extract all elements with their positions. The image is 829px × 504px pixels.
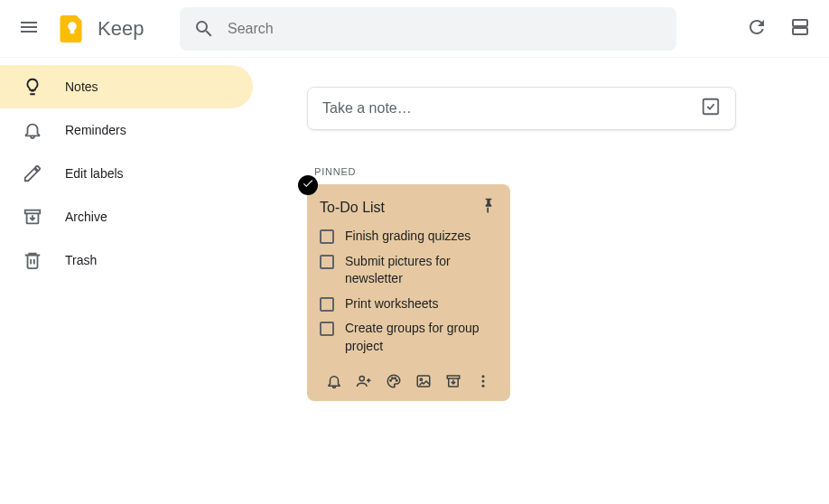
svg-point-9 (395, 377, 396, 378)
pinned-section-label: PINNED (314, 166, 829, 177)
header-right (735, 7, 822, 51)
checklist-item[interactable]: Finish grading quizzes (320, 228, 498, 246)
checklist-text: Create groups for group project (345, 320, 498, 355)
checkbox-icon[interactable] (320, 255, 334, 269)
collaborator-button[interactable] (351, 369, 377, 394)
main-menu-button[interactable] (7, 7, 51, 51)
keep-logo-icon (54, 11, 90, 47)
hamburger-icon (18, 16, 40, 42)
header: Keep (0, 0, 829, 58)
sidebar-item-edit-labels[interactable]: Edit labels (0, 152, 253, 195)
note-card[interactable]: To-Do List Finish grading quizzes Submit… (307, 184, 510, 401)
search-input[interactable] (228, 21, 669, 37)
svg-point-7 (390, 379, 392, 381)
remind-me-button[interactable] (321, 369, 347, 394)
svg-rect-5 (703, 99, 719, 115)
note-toolbar (320, 369, 498, 394)
checkbox-icon[interactable] (320, 297, 334, 312)
svg-rect-1 (70, 29, 75, 33)
take-note-placeholder: Take a note… (322, 100, 701, 117)
pencil-icon (11, 163, 54, 183)
archive-button[interactable] (441, 369, 466, 394)
sidebar-item-label: Notes (65, 79, 98, 94)
svg-point-15 (482, 379, 485, 382)
sidebar-item-label: Trash (65, 253, 97, 267)
search-box[interactable] (180, 7, 676, 51)
logo-area[interactable]: Keep (54, 11, 144, 47)
checklist-item[interactable]: Submit pictures for newsletter (320, 253, 498, 288)
checklist-text: Finish grading quizzes (345, 228, 470, 246)
sidebar-item-label: Edit labels (65, 166, 124, 181)
list-view-icon (789, 16, 811, 42)
checklist: Finish grading quizzes Submit pictures f… (320, 228, 498, 356)
sidebar-item-trash[interactable]: Trash (0, 238, 253, 282)
check-icon (302, 177, 314, 193)
checklist-item[interactable]: Print worksheets (320, 295, 498, 313)
refresh-icon (746, 16, 768, 42)
sidebar: Notes Reminders Edit labels Archive Tras… (0, 58, 253, 504)
refresh-button[interactable] (735, 7, 778, 51)
svg-point-10 (396, 379, 398, 381)
sidebar-item-archive[interactable]: Archive (0, 195, 253, 238)
note-title: To-Do List (320, 200, 385, 216)
search-icon (187, 11, 220, 47)
svg-point-12 (420, 378, 422, 380)
trash-icon (11, 250, 54, 270)
svg-rect-3 (793, 28, 807, 34)
app-name: Keep (98, 17, 144, 41)
checkbox-icon[interactable] (320, 229, 334, 244)
bell-icon (11, 120, 54, 140)
take-note-input[interactable]: Take a note… (307, 87, 736, 130)
background-options-button[interactable] (381, 369, 406, 394)
sidebar-item-notes[interactable]: Notes (0, 65, 253, 108)
svg-point-0 (68, 22, 77, 31)
svg-point-16 (482, 384, 485, 387)
archive-icon (11, 207, 54, 227)
note-title-row: To-Do List (320, 197, 498, 219)
sidebar-item-reminders[interactable]: Reminders (0, 108, 253, 152)
lightbulb-icon (11, 77, 54, 97)
more-button[interactable] (470, 369, 496, 394)
checkbox-icon[interactable] (320, 322, 334, 336)
svg-rect-13 (447, 376, 460, 378)
svg-point-8 (392, 377, 394, 378)
svg-rect-4 (25, 210, 41, 214)
select-note-button[interactable] (298, 175, 318, 195)
checklist-text: Print worksheets (345, 295, 438, 313)
new-list-icon[interactable] (701, 97, 721, 120)
svg-point-14 (482, 375, 485, 378)
svg-point-6 (359, 376, 364, 380)
sidebar-item-label: Reminders (65, 123, 126, 137)
checklist-text: Submit pictures for newsletter (345, 253, 498, 288)
add-image-button[interactable] (411, 369, 436, 394)
view-toggle-button[interactable] (778, 7, 822, 51)
content-area: Take a note… PINNED To-Do List (253, 58, 829, 504)
main: Notes Reminders Edit labels Archive Tras… (0, 58, 829, 504)
pin-button[interactable] (480, 197, 498, 219)
svg-rect-2 (793, 20, 807, 26)
sidebar-item-label: Archive (65, 210, 107, 224)
checklist-item[interactable]: Create groups for group project (320, 320, 498, 355)
